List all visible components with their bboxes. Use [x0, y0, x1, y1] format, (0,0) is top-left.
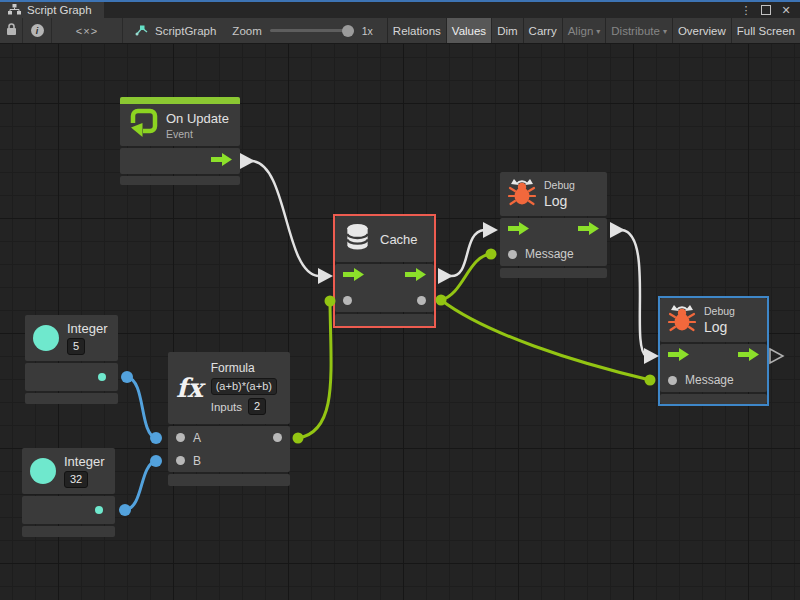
graph-breadcrumb[interactable]: ScriptGraph — [135, 18, 216, 43]
node-title: Formula — [211, 361, 277, 375]
flow-output-port[interactable] — [738, 347, 759, 365]
wire-onupdate-to-cache[interactable] — [240, 153, 333, 284]
node-title: On Update — [166, 111, 229, 126]
port-label: B — [193, 454, 201, 468]
message-input-port[interactable] — [668, 376, 677, 385]
flow-input-port[interactable] — [668, 347, 689, 365]
chevron-down-icon: ▾ — [663, 27, 667, 36]
node-body — [335, 264, 434, 312]
code-icon: <×> — [76, 25, 98, 37]
integer-value-field[interactable]: 32 — [64, 471, 88, 488]
node-subtitle: Event — [166, 128, 229, 140]
node-footer — [660, 394, 767, 404]
flow-output-port[interactable] — [211, 152, 232, 170]
integer-value-field[interactable]: 5 — [67, 338, 85, 355]
full-screen-button[interactable]: Full Screen — [731, 18, 800, 43]
node-title: Integer — [64, 454, 104, 469]
node-body: A B — [168, 426, 290, 472]
node-footer — [120, 176, 240, 185]
wire-integer5-to-formula-a[interactable] — [121, 371, 162, 444]
script-graph-node-icon — [135, 24, 149, 38]
node-body: Message — [500, 218, 607, 266]
value-output-port[interactable] — [417, 296, 426, 305]
inputs-count-field[interactable]: 2 — [248, 398, 266, 415]
values-button[interactable]: Values — [446, 18, 491, 43]
integer-type-icon — [30, 458, 56, 484]
inspect-button[interactable]: i — [23, 18, 52, 43]
node-footer — [22, 526, 115, 537]
value-output-port[interactable] — [98, 373, 106, 381]
node-formula[interactable]: fx Formula (a+b)*(a+b) Inputs 2 A — [168, 352, 290, 486]
node-body: Message — [660, 344, 767, 392]
maximize-icon[interactable] — [758, 3, 774, 17]
flow-output-port[interactable] — [578, 221, 599, 239]
wire-debug-top-to-debug-selected[interactable] — [610, 222, 659, 364]
tab-title: Script Graph — [27, 4, 92, 16]
node-title: Log — [544, 193, 575, 209]
flow-input-port[interactable] — [343, 267, 364, 285]
node-body — [25, 363, 118, 391]
value-input-port-b[interactable] — [176, 456, 185, 465]
align-button[interactable]: Align▾ — [562, 18, 606, 43]
carry-button[interactable]: Carry — [523, 18, 562, 43]
relations-button[interactable]: Relations — [387, 18, 446, 43]
inputs-label: Inputs — [211, 401, 242, 413]
wire-integer32-to-formula-b[interactable] — [119, 455, 162, 516]
node-integer-32[interactable]: Integer 32 — [22, 448, 115, 537]
lock-button[interactable] — [0, 18, 23, 43]
wire-cache-to-debug-top[interactable] — [438, 222, 498, 284]
value-output-port[interactable] — [273, 433, 282, 442]
menu-more-icon[interactable]: ⋮ — [738, 3, 754, 17]
node-title: Integer — [67, 321, 107, 336]
value-output-port[interactable] — [95, 506, 103, 514]
value-input-port[interactable] — [343, 296, 352, 305]
zoom-slider-handle[interactable] — [342, 25, 354, 37]
tab-script-graph[interactable]: Script Graph — [0, 2, 104, 18]
flow-input-port[interactable] — [508, 221, 529, 239]
node-kicker: Debug — [704, 305, 735, 317]
distribute-button[interactable]: Distribute▾ — [605, 18, 672, 43]
fx-icon: fx — [176, 375, 203, 401]
node-on-update[interactable]: On Update Event — [120, 97, 240, 185]
bug-icon — [668, 304, 696, 336]
node-footer — [500, 268, 607, 278]
wire-cache-to-debug-top-message[interactable] — [436, 249, 497, 306]
database-icon — [343, 222, 372, 257]
node-title: Cache — [380, 232, 418, 247]
value-input-port-a[interactable] — [176, 433, 185, 442]
wire-formula-to-cache[interactable] — [293, 296, 336, 444]
node-integer-5[interactable]: Integer 5 — [25, 315, 118, 404]
zoom-slider[interactable] — [270, 18, 354, 43]
graph-canvas[interactable]: On Update Event — [0, 44, 800, 600]
integer-type-icon — [33, 325, 59, 351]
info-icon: i — [31, 24, 44, 37]
zoom-value: 1x — [362, 18, 373, 43]
port-label: Message — [685, 373, 734, 387]
on-update-loop-icon — [128, 108, 158, 142]
node-footer — [25, 393, 118, 404]
formula-expression-field[interactable]: (a+b)*(a+b) — [211, 378, 277, 395]
script-graph-window: Script Graph ⋮ ✕ i <×> — [0, 0, 800, 600]
flow-output-port[interactable] — [405, 267, 426, 285]
port-label: Message — [525, 247, 574, 261]
close-icon[interactable]: ✕ — [778, 3, 794, 17]
event-accent-bar — [120, 97, 240, 104]
graph-name-label: ScriptGraph — [155, 25, 216, 37]
node-footer — [168, 474, 290, 486]
lock-icon — [6, 23, 17, 38]
node-cache[interactable]: Cache — [335, 216, 434, 326]
overview-button[interactable]: Overview — [672, 18, 731, 43]
node-debug-log-top[interactable]: Debug Log Message — [500, 172, 607, 278]
code-view-button[interactable]: <×> — [52, 18, 123, 43]
chevron-down-icon: ▾ — [596, 27, 600, 36]
node-title: Log — [704, 319, 735, 335]
node-debug-log-selected[interactable]: Debug Log Message — [660, 298, 767, 404]
window-controls: ⋮ ✕ — [738, 2, 800, 18]
message-input-port[interactable] — [508, 250, 517, 259]
toolbar-button-group: Relations Values Dim Carry Align▾ Distri… — [387, 18, 800, 43]
unconnected-flow-port-triangle[interactable] — [770, 349, 783, 363]
bug-icon — [508, 178, 536, 210]
dim-button[interactable]: Dim — [491, 18, 522, 43]
wire-cache-to-debug-selected-message[interactable] — [441, 300, 656, 386]
title-bar: Script Graph ⋮ ✕ — [0, 0, 800, 18]
